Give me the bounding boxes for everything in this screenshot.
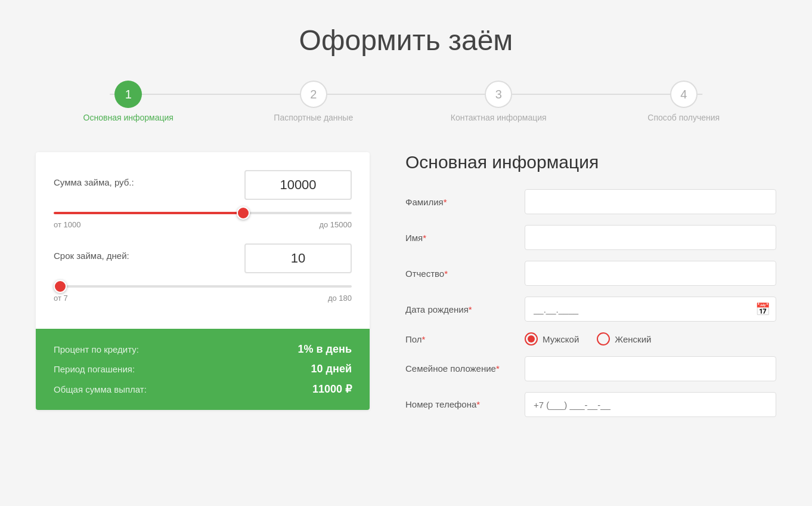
form-title: Основная информация — [405, 152, 776, 172]
calendar-icon: 📅 — [755, 302, 770, 316]
gender-radio-group: Мужской Женский — [525, 332, 651, 345]
birthdate-wrapper: 📅 — [525, 297, 776, 322]
page-title: Оформить заём — [36, 24, 776, 57]
gender-female-option[interactable]: Женский — [597, 332, 651, 345]
total-value: 11000 ₽ — [312, 382, 352, 396]
phone-label: Номер телефона* — [405, 399, 525, 411]
sum-input[interactable] — [244, 170, 352, 200]
form-panel: Основная информация Фамилия* Имя* Отчест… — [405, 152, 776, 428]
step-2-circle: 2 — [300, 81, 327, 108]
lastname-label: Фамилия* — [405, 197, 525, 207]
gender-label: Пол* — [405, 334, 525, 344]
patronymic-group: Отчество* — [405, 261, 776, 286]
step-4[interactable]: 4 Способ получения — [591, 81, 777, 122]
lastname-input[interactable] — [525, 189, 776, 214]
period-row: Период погашения: 10 дней — [54, 363, 352, 375]
step-1[interactable]: 1 Основная информация — [36, 81, 221, 122]
term-slider-container — [54, 279, 352, 290]
firstname-input[interactable] — [525, 225, 776, 250]
firstname-required: * — [423, 233, 426, 243]
term-row: Срок займа, дней: от 7 до 180 — [54, 243, 352, 303]
marital-group: Семейное положение* — [405, 356, 776, 381]
term-slider[interactable] — [54, 285, 352, 288]
birthdate-group: Дата рождения* 📅 — [405, 297, 776, 322]
credit-rate-value: 1% в день — [298, 343, 352, 356]
calc-info: Процент по кредиту: 1% в день Период пог… — [36, 329, 370, 410]
step-1-label: Основная информация — [83, 113, 173, 122]
step-1-circle: 1 — [114, 81, 142, 108]
gender-female-label: Женский — [615, 334, 651, 344]
patronymic-required: * — [444, 269, 448, 279]
loan-calculator: Сумма займа, руб.: от 1000 до 15000 Срок… — [36, 152, 370, 410]
birthdate-input[interactable] — [525, 297, 776, 322]
sum-limits: от 1000 до 15000 — [54, 220, 352, 229]
term-max: до 180 — [328, 294, 352, 303]
term-label: Срок займа, дней: — [54, 251, 129, 261]
step-3-circle: 3 — [485, 81, 512, 108]
term-limits: от 7 до 180 — [54, 294, 352, 303]
sum-slider-container — [54, 206, 352, 217]
marital-required: * — [496, 363, 500, 374]
gender-male-circle — [525, 332, 538, 345]
patronymic-label: Отчество* — [405, 269, 525, 279]
firstname-label: Имя* — [405, 233, 525, 243]
birthdate-required: * — [469, 304, 472, 314]
gender-female-circle — [597, 332, 610, 345]
sum-slider[interactable] — [54, 212, 352, 214]
sum-min: от 1000 — [54, 220, 80, 229]
total-label: Общая сумма выплат: — [54, 384, 147, 394]
calc-form: Сумма займа, руб.: от 1000 до 15000 Срок… — [36, 152, 370, 329]
phone-input[interactable] — [525, 392, 776, 417]
step-4-circle: 4 — [670, 81, 698, 108]
phone-required: * — [476, 399, 480, 409]
lastname-required: * — [444, 197, 447, 207]
marital-input[interactable] — [525, 356, 776, 381]
sum-row: Сумма займа, руб.: от 1000 до 15000 — [54, 170, 352, 229]
gender-group: Пол* Мужской Женский — [405, 332, 776, 345]
step-3-label: Контактная информация — [451, 113, 547, 122]
step-3[interactable]: 3 Контактная информация — [406, 81, 591, 122]
stepper: 1 Основная информация 2 Паспортные данны… — [36, 81, 776, 122]
firstname-group: Имя* — [405, 225, 776, 250]
term-min: от 7 — [54, 294, 68, 303]
phone-group: Номер телефона* — [405, 392, 776, 417]
step-2[interactable]: 2 Паспортные данные — [221, 81, 407, 122]
term-input[interactable] — [244, 243, 352, 273]
gender-required: * — [422, 334, 426, 344]
step-2-label: Паспортные данные — [274, 113, 353, 122]
gender-male-label: Мужской — [543, 334, 579, 344]
period-value: 10 дней — [311, 363, 352, 375]
marital-label: Семейное положение* — [405, 363, 525, 375]
total-row: Общая сумма выплат: 11000 ₽ — [54, 382, 352, 396]
gender-male-option[interactable]: Мужской — [525, 332, 579, 345]
lastname-group: Фамилия* — [405, 189, 776, 214]
main-content: Сумма займа, руб.: от 1000 до 15000 Срок… — [36, 152, 776, 428]
page-container: Оформить заём 1 Основная информация 2 Па… — [0, 0, 812, 452]
step-4-label: Способ получения — [647, 113, 720, 122]
sum-label: Сумма займа, руб.: — [54, 177, 134, 187]
birthdate-label: Дата рождения* — [405, 304, 525, 314]
credit-rate-label: Процент по кредиту: — [54, 344, 139, 354]
period-label: Период погашения: — [54, 364, 135, 374]
sum-max: до 15000 — [319, 220, 352, 229]
patronymic-input[interactable] — [525, 261, 776, 286]
credit-rate-row: Процент по кредиту: 1% в день — [54, 343, 352, 356]
